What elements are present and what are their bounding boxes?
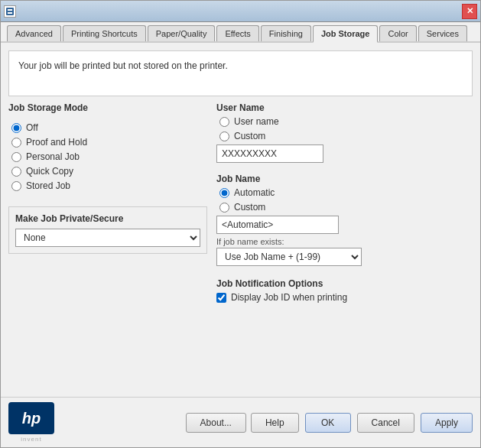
left-panel: Job Storage Mode Off Proof and Hold Pers… [8, 102, 207, 389]
display-job-id-item[interactable]: Display Job ID when printing [216, 292, 473, 303]
display-job-id-label: Display Job ID when printing [231, 292, 347, 303]
make-private-dropdown[interactable]: None PIN to print Encrypt job [15, 229, 200, 247]
notification-section: Job Notification Options Display Job ID … [216, 278, 473, 303]
user-name-radio-group: User name Custom [216, 116, 473, 141]
svg-rect-0 [6, 8, 14, 15]
mode-personal-job-radio[interactable] [11, 152, 21, 162]
mode-off[interactable]: Off [11, 122, 207, 133]
tab-color[interactable]: Color [379, 25, 416, 41]
user-name-section: User Name User name Custom [216, 102, 473, 163]
info-message: Your job will be printed but not stored … [18, 60, 228, 71]
automatic-option-label: Automatic [234, 187, 275, 198]
hp-invent-text: invent [21, 436, 41, 443]
automatic-option[interactable]: Automatic [219, 187, 473, 198]
mode-quick-copy[interactable]: Quick Copy [11, 166, 207, 177]
hp-logo: hp [8, 402, 54, 434]
window-icon [4, 5, 16, 18]
display-job-id-checkbox[interactable] [216, 293, 226, 303]
user-name-input[interactable] [216, 144, 323, 163]
mode-stored-job-radio[interactable] [11, 181, 21, 191]
user-name-option-label: User name [234, 116, 279, 127]
job-name-section: Job Name Automatic Custom If job name ex… [216, 174, 473, 266]
tab-advanced[interactable]: Advanced [7, 25, 61, 41]
if-job-name-exists-label: If job name exists: [216, 237, 473, 246]
main-section: Job Storage Mode Off Proof and Hold Pers… [8, 102, 473, 389]
job-name-input[interactable] [216, 216, 339, 234]
mode-proof-hold-label: Proof and Hold [26, 137, 87, 148]
job-name-radio-group: Automatic Custom [216, 187, 473, 213]
custom-user-radio[interactable] [219, 131, 229, 141]
custom-user-option[interactable]: Custom [219, 131, 473, 141]
action-buttons: OK Cancel Apply [305, 413, 473, 433]
mode-quick-copy-label: Quick Copy [26, 166, 73, 177]
about-button[interactable]: About... [186, 413, 246, 433]
automatic-radio[interactable] [219, 188, 229, 198]
close-button[interactable]: ✕ [462, 4, 477, 19]
custom-job-option[interactable]: Custom [219, 202, 473, 213]
job-storage-mode-group: Off Proof and Hold Personal Job Quick Co… [8, 122, 207, 191]
tab-printing-shortcuts[interactable]: Printing Shortcuts [63, 25, 146, 41]
user-name-label: User Name [216, 102, 473, 113]
main-window: ✕ Advanced Printing Shortcuts Paper/Qual… [0, 0, 481, 448]
custom-user-option-label: Custom [234, 131, 265, 141]
info-box: Your job will be printed but not stored … [8, 50, 473, 96]
help-button[interactable]: Help [251, 413, 299, 433]
logo-section: hp invent [8, 402, 54, 443]
make-private-group: Make Job Private/Secure None PIN to prin… [8, 206, 207, 254]
mode-proof-hold[interactable]: Proof and Hold [11, 137, 207, 148]
user-name-option[interactable]: User name [219, 116, 473, 127]
title-bar: ✕ [1, 1, 480, 22]
mode-personal-job[interactable]: Personal Job [11, 151, 207, 162]
mode-personal-job-label: Personal Job [26, 151, 80, 162]
mode-quick-copy-radio[interactable] [11, 167, 21, 177]
tab-effects[interactable]: Effects [216, 25, 258, 41]
cancel-button[interactable]: Cancel [357, 413, 414, 433]
right-panel: User Name User name Custom [216, 102, 473, 389]
job-name-label: Job Name [216, 174, 473, 184]
user-name-radio[interactable] [219, 117, 229, 127]
apply-button[interactable]: Apply [421, 413, 473, 433]
mode-off-radio[interactable] [11, 123, 21, 133]
hp-logo-text: hp [22, 410, 41, 427]
svg-rect-2 [8, 12, 12, 14]
job-storage-mode-label: Job Storage Mode [8, 102, 207, 113]
custom-job-radio[interactable] [219, 203, 229, 213]
mode-stored-job[interactable]: Stored Job [11, 180, 207, 191]
svg-rect-1 [8, 9, 12, 11]
mode-stored-job-label: Stored Job [26, 180, 70, 191]
content-area: Your job will be printed but not stored … [1, 43, 480, 397]
mode-proof-hold-radio[interactable] [11, 138, 21, 148]
tab-finishing[interactable]: Finishing [261, 25, 311, 41]
make-private-label: Make Job Private/Secure [15, 213, 200, 224]
job-name-exists-dropdown[interactable]: Use Job Name + (1-99) Replace Skip [216, 248, 362, 266]
mode-off-label: Off [26, 122, 38, 133]
ok-button[interactable]: OK [305, 413, 351, 433]
notification-label: Job Notification Options [216, 278, 473, 289]
tabs-bar: Advanced Printing Shortcuts Paper/Qualit… [1, 22, 480, 43]
tab-services[interactable]: Services [418, 25, 467, 41]
tab-job-storage[interactable]: Job Storage [313, 25, 379, 43]
tab-paper-quality[interactable]: Paper/Quality [148, 25, 216, 41]
custom-job-option-label: Custom [234, 202, 265, 213]
bottom-bar: hp invent About... Help OK Cancel Apply [1, 397, 480, 447]
